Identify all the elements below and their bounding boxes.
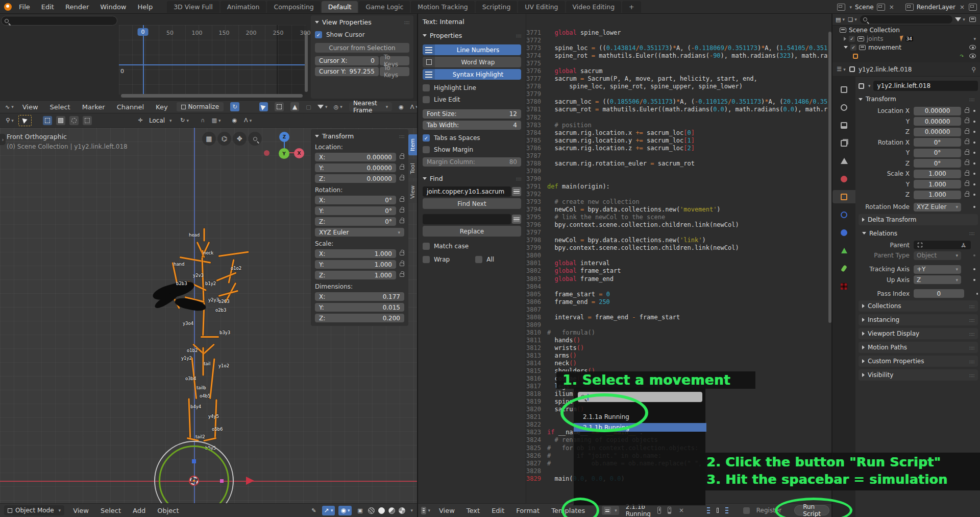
workspace-tab--[interactable]: + — [622, 1, 641, 13]
topbar-menu-file[interactable]: File — [17, 2, 32, 12]
shading-wireframe-button[interactable] — [368, 507, 375, 514]
tab-scene[interactable] — [832, 154, 855, 168]
viewport-menu-select[interactable]: Select — [99, 506, 123, 515]
location-z-field[interactable]: Z:0.00000 — [315, 174, 396, 183]
topbar-menu-edit[interactable]: Edit — [39, 2, 56, 12]
animate-dot[interactable] — [973, 162, 975, 165]
blender-logo-icon[interactable] — [4, 3, 12, 11]
graph-menu-view[interactable]: View — [20, 102, 40, 112]
animate-dot[interactable] — [973, 268, 975, 270]
prop-rotation-x[interactable]: 0° — [914, 138, 961, 147]
topbar-menu-render[interactable]: Render — [63, 2, 91, 12]
margin-column-field[interactable]: Margin Column:80 — [423, 157, 521, 167]
section-visibility[interactable]: Visibility:::: — [859, 369, 978, 381]
box-select-icon[interactable] — [275, 102, 284, 111]
prop-location-z[interactable]: 0.00000 — [914, 128, 961, 136]
shading-material-button[interactable] — [388, 507, 395, 514]
lock-icon[interactable] — [400, 177, 404, 180]
section-viewport-display[interactable]: Viewport Display:::: — [859, 328, 978, 339]
lock-icon[interactable] — [965, 151, 969, 155]
tweak-mode-button[interactable] — [43, 116, 52, 125]
active-tool-icon[interactable]: ⚲▾ — [5, 116, 14, 125]
line-numbers-header-icon[interactable] — [707, 507, 709, 513]
outliner-search-input[interactable] — [860, 15, 952, 24]
select-box-tool-button[interactable] — [18, 115, 32, 126]
graph-menu-key[interactable]: Key — [154, 102, 170, 112]
graph-menu-marker[interactable]: Marker — [80, 102, 107, 112]
filter-icon[interactable]: ▾ — [955, 15, 965, 24]
bone[interactable] — [203, 343, 215, 355]
bone[interactable] — [203, 437, 216, 441]
new-text-icon[interactable] — [657, 507, 661, 514]
animate-dot[interactable] — [973, 173, 975, 175]
tab-object-data[interactable] — [832, 244, 855, 257]
replace-input[interactable] — [423, 214, 511, 224]
gizmo-x-handle[interactable] — [220, 479, 224, 483]
snap-with-icon[interactable]: ▥▾ — [212, 116, 221, 125]
mode-dropdown[interactable]: Object Mode▾ — [4, 505, 64, 515]
line-numbers-toggle[interactable]: Line Numbers — [423, 44, 521, 55]
bone[interactable] — [228, 259, 235, 284]
workspace-tab-video-editing[interactable]: Video Editing — [566, 1, 622, 13]
show-margin-checkbox[interactable] — [423, 146, 430, 153]
rotation-mode-dropdown[interactable]: XYZ Euler▾ — [315, 228, 404, 237]
rotation-y-field[interactable]: Y:0° — [315, 206, 396, 215]
snap-toggle-button[interactable]: ↗▾ — [322, 506, 335, 515]
prop-scale-z[interactable]: 1.000 — [914, 191, 961, 199]
workspace-tab-game-logic[interactable]: Game Logic — [359, 1, 410, 13]
up-axis-dropdown[interactable]: Z▾ — [914, 275, 961, 284]
wrap-checkbox[interactable] — [423, 256, 430, 263]
transform-orientation-dropdown[interactable]: Local▾ — [149, 117, 172, 124]
scale-x-field[interactable]: X:1.000 — [315, 249, 396, 258]
editor-type-properties-icon[interactable]: ☰▾ — [837, 65, 846, 74]
scale-z-field[interactable]: Z:1.000 — [315, 271, 396, 279]
new-renderlayer-icon[interactable] — [969, 4, 977, 11]
tab-physics[interactable] — [832, 226, 855, 239]
word-wrap-toggle[interactable]: Word Wrap — [423, 57, 521, 67]
bone[interactable] — [202, 257, 205, 301]
view-properties-header[interactable]: View Properties :::: — [315, 18, 409, 26]
bone[interactable] — [204, 228, 205, 242]
proportional-edit-icon[interactable]: ◉ — [399, 103, 404, 111]
lock-icon[interactable] — [965, 172, 969, 176]
new-collection-icon[interactable] — [968, 15, 977, 24]
animate-dot[interactable] — [976, 293, 978, 295]
workspace-tab-3d-view-full[interactable]: 3D View Full — [167, 1, 219, 13]
gizmo-z-handle[interactable] — [192, 459, 196, 463]
editor-type-outliner-icon[interactable]: ▤▾ — [836, 15, 845, 24]
animate-dot[interactable] — [973, 279, 975, 281]
panel-grip[interactable]: :::: — [399, 133, 404, 139]
replace-button[interactable]: Replace — [423, 226, 521, 237]
target-icon[interactable]: ◎▾ — [334, 103, 342, 111]
workspace-tab-animation[interactable]: Animation — [220, 1, 266, 13]
shading-dropdown-icon[interactable]: ▾ — [410, 508, 413, 513]
tab-tool[interactable] — [832, 83, 855, 96]
lock-icon[interactable] — [400, 166, 404, 170]
cursor-x-field[interactable]: Cursor X:0 — [315, 56, 379, 65]
pass-index-field[interactable]: 0 — [914, 289, 964, 298]
workspace-tab-motion-tracking[interactable]: Motion Tracking — [411, 1, 474, 13]
section-custom-properties[interactable]: Custom Properties:::: — [859, 356, 978, 367]
tab-object[interactable] — [832, 190, 855, 203]
lock-icon[interactable] — [400, 198, 404, 202]
camera-visibility-icon[interactable] — [969, 54, 976, 58]
find-panel-header[interactable]: Find:::: — [423, 175, 521, 182]
cursor-y-field[interactable]: Cursor Y:957.255 — [315, 67, 379, 76]
prop-scale-y[interactable]: 1.000 — [914, 180, 961, 189]
renderlayer-browse-icon[interactable] — [905, 4, 914, 11]
scale-y-field[interactable]: Y:1.000 — [315, 260, 396, 269]
show-cursor-checkbox[interactable]: ✓ — [315, 31, 322, 38]
location-y-field[interactable]: Y:0.00000 — [315, 163, 396, 172]
prop-location-x[interactable]: 0.00000 — [914, 107, 961, 115]
joints-checkbox[interactable]: ✓ — [849, 36, 855, 42]
scene-name[interactable]: Scene — [855, 4, 874, 11]
snap-magnet-icon[interactable]: ∩ — [199, 116, 208, 125]
outliner-row-joints[interactable]: ✓ joints 34 ▾ — [832, 34, 980, 43]
display-mode-icon[interactable]: ❏▾ — [848, 15, 857, 24]
location-x-field[interactable]: X:0.00000 — [315, 153, 396, 161]
animate-dot[interactable] — [973, 183, 975, 185]
live-edit-checkbox[interactable] — [423, 96, 430, 103]
parent-field[interactable]: 🜛 — [914, 241, 971, 249]
syntax-highlight-toggle[interactable]: Syntax Highlight — [423, 69, 521, 80]
cursor-y-to-keys-button[interactable]: To Keys — [380, 67, 409, 76]
